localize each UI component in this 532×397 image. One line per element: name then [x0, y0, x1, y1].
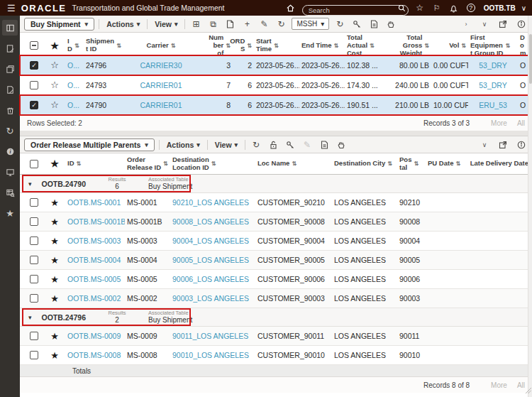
select-all-checkbox[interactable] [30, 41, 38, 50]
cell-destination-location-link[interactable]: 90003_LOS ANGELES [170, 294, 255, 303]
add-icon[interactable]: + [240, 18, 253, 31]
cell-id-link[interactable]: OOTB.MS-0003 [65, 236, 125, 245]
row-checkbox[interactable] [30, 351, 38, 359]
sort-icon[interactable]: ⇅ [292, 161, 297, 167]
cell-id-link[interactable]: OOTB.MS-0009 [65, 332, 125, 340]
row-star-icon[interactable]: ★ [44, 255, 65, 266]
row-checkbox[interactable] [30, 236, 38, 245]
favorites-icon[interactable]: ☆ [414, 2, 426, 13]
table-layout-icon[interactable]: ⊞ [189, 18, 202, 31]
refresh-icon[interactable]: ↻ [275, 18, 287, 31]
sort-icon[interactable]: ⇅ [171, 43, 176, 49]
order-row-ms-0002[interactable]: ★ OOTB.MS-0002 MS-0002 90003_LOS ANGELES… [20, 289, 532, 308]
order-row-ms-0001b[interactable]: ★ OOTB.MS-0001B MS-0001B 90008_LOS ANGEL… [20, 212, 532, 232]
open-new-window-icon[interactable] [497, 138, 509, 151]
cell-destination-location-link[interactable]: 90006_LOS ANGELES [170, 275, 255, 283]
vertical-scrollbar[interactable] [528, 16, 532, 397]
sort-icon[interactable]: ⇅ [455, 161, 460, 167]
sort-icon[interactable]: ⇅ [461, 43, 466, 49]
drag-hand-icon[interactable] [384, 18, 397, 31]
sidebar-workbench-icon[interactable] [2, 20, 18, 36]
sort-icon[interactable]: ⇅ [334, 43, 339, 49]
chevron-right-icon[interactable]: › [460, 18, 472, 31]
order-row-ms-0001[interactable]: ★ OOTB.MS-0001 MS-0001 90210_LOS ANGELES… [20, 193, 532, 212]
cell-id-link[interactable]: O... [65, 61, 84, 70]
cell-destination-location-link[interactable]: 90011_LOS ANGELES [170, 332, 255, 340]
home-icon[interactable] [285, 2, 297, 13]
cell-carrier-link[interactable]: CARRIER30 [119, 61, 203, 70]
notifications-bell-icon[interactable] [448, 2, 460, 13]
sidebar-favorites-icon[interactable]: ★ [2, 205, 18, 221]
order-release-view-menu[interactable]: View ▾ [212, 141, 240, 149]
unlock-icon[interactable] [267, 138, 279, 151]
drag-hand-icon[interactable] [335, 138, 348, 151]
key-icon[interactable] [284, 138, 297, 151]
row-checkbox[interactable] [30, 256, 38, 264]
row-checkbox[interactable] [30, 294, 38, 303]
row-star-icon[interactable]: ☆ [44, 80, 65, 90]
scrollbar-thumb[interactable] [529, 34, 532, 84]
order-row-ms-0008[interactable]: ★ OOTB.MS-0008 MS-0008 90010_LOS ANGELES… [20, 346, 532, 365]
sidebar-file-edit-icon[interactable] [2, 82, 18, 97]
row-star-icon[interactable]: ★ [44, 293, 65, 304]
all-button[interactable]: All [517, 119, 525, 127]
cell-carrier-link[interactable]: CARRIER01 [119, 101, 203, 109]
shipment-row-24793[interactable]: ☆ O... 24793 CARRIER01 7 6 2023-05-26...… [20, 75, 532, 95]
search-icon[interactable] [398, 4, 406, 12]
panel-splitter[interactable] [20, 131, 532, 136]
cell-equipment-group-link[interactable]: ERU_53 [468, 101, 518, 109]
row-star-icon[interactable]: ☆ [44, 60, 65, 70]
row-checkbox[interactable] [30, 275, 38, 283]
sort-icon[interactable]: ⇅ [370, 43, 375, 49]
collapse-panel-icon[interactable]: ∨ [478, 18, 491, 31]
sidebar-monitor-icon[interactable] [2, 164, 18, 180]
group-expand-icon[interactable]: ▾ [28, 314, 32, 321]
sidebar-document-edit-icon[interactable] [2, 40, 18, 56]
row-star-icon[interactable]: ★ [44, 197, 65, 208]
row-checkbox[interactable] [30, 217, 38, 226]
user-menu[interactable]: OOTB.TB [484, 4, 516, 12]
sort-icon[interactable]: ⇅ [77, 161, 82, 167]
group-expand-icon[interactable]: ▾ [28, 180, 32, 187]
edit-icon[interactable]: ✎ [257, 18, 270, 31]
group-id[interactable]: OOTB.24790 [42, 180, 86, 188]
cell-carrier-link[interactable]: CARRIER01 [119, 81, 203, 89]
refresh-icon[interactable]: ↻ [250, 138, 262, 151]
cell-id-link[interactable]: O... [65, 101, 84, 109]
search-input[interactable] [302, 5, 409, 16]
sidebar-trash-icon[interactable] [2, 102, 18, 118]
row-star-icon[interactable]: ★ [44, 217, 65, 227]
order-row-ms-0005[interactable]: ★ OOTB.MS-0005 MS-0005 90006_LOS ANGELES… [20, 270, 532, 289]
group-row-ootb-24790[interactable]: ▾ OOTB.24790 Results 6 Associated Table … [20, 175, 532, 193]
select-all-checkbox[interactable] [30, 160, 38, 168]
cell-destination-location-link[interactable]: 90005_LOS ANGELES [170, 256, 255, 264]
sort-icon[interactable]: ⇅ [424, 43, 429, 49]
shipment-row-24796[interactable]: ✓ ☆ O... 24796 CARRIER30 3 2 2023-05-26.… [20, 55, 532, 75]
shipment-table-selector[interactable]: Buy Shipment ▾ [24, 18, 94, 31]
new-document-icon[interactable] [223, 18, 236, 31]
cell-destination-location-link[interactable]: 90210_LOS ANGELES [170, 198, 255, 207]
cell-equipment-group-link[interactable]: 53_DRY [468, 81, 518, 89]
user-chevron-down-icon[interactable]: ∨ [521, 4, 526, 12]
export-document-icon[interactable] [367, 18, 380, 31]
sort-icon[interactable]: ⇅ [247, 43, 252, 49]
panel-info-icon[interactable] [515, 18, 528, 31]
row-checkbox[interactable] [30, 332, 38, 340]
sidebar-copy-icon[interactable] [2, 61, 18, 77]
sort-icon[interactable]: ⇅ [74, 43, 79, 49]
cell-id-link[interactable]: OOTB.MS-0001 [65, 198, 125, 207]
row-star-icon[interactable]: ☆ [44, 99, 65, 110]
row-checkbox[interactable] [30, 198, 38, 207]
resize-grip-icon[interactable] [526, 384, 531, 396]
cell-destination-location-link[interactable]: 90004_LOS ANGELES [170, 236, 255, 245]
group-id[interactable]: OOTB.24796 [42, 313, 86, 322]
cell-destination-location-link[interactable]: 90010_LOS ANGELES [170, 351, 255, 359]
shipment-actions-menu[interactable]: Actions ▾ [104, 20, 143, 28]
row-checkbox[interactable]: ✓ [30, 101, 38, 109]
more-button[interactable]: More [491, 119, 507, 127]
row-star-icon[interactable]: ★ [44, 331, 65, 342]
order-release-table-selector[interactable]: Order Release Multiple Parents ▾ [24, 138, 155, 151]
order-row-ms-0004[interactable]: ★ OOTB.MS-0004 MS-0004 90005_LOS ANGELES… [20, 251, 532, 270]
row-star-icon[interactable]: ★ [44, 274, 65, 285]
hamburger-menu-icon[interactable]: ☰ [7, 4, 16, 13]
